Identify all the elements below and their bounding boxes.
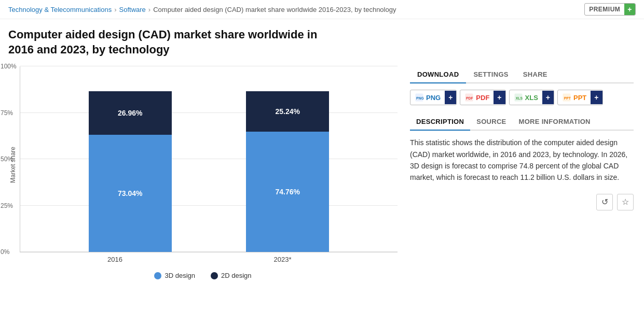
ppt-label: PPT	[573, 94, 586, 102]
premium-label: PREMIUM	[585, 4, 624, 15]
star-button[interactable]: ☆	[617, 194, 634, 210]
svg-text:XLS: XLS	[515, 96, 523, 100]
bottom-actions: ↺ ☆	[410, 194, 634, 210]
tab-source[interactable]: SOURCE	[470, 114, 512, 131]
x-label-2016: 2016	[68, 256, 162, 263]
description-text: This statistic shows the distribution of…	[410, 137, 634, 183]
y-axis-label: Market share	[8, 66, 18, 263]
download-pdf-button[interactable]: PDF PDF +	[460, 90, 505, 105]
tab-description[interactable]: DESCRIPTION	[410, 114, 470, 131]
premium-badge: PREMIUM +	[584, 3, 636, 16]
y-tick-75: 75%	[1, 109, 13, 117]
premium-plus: +	[624, 4, 635, 15]
bar-dark-2016: 26.96%	[89, 91, 172, 135]
chart-plot: 100% 75% 50% 25% 0%	[20, 66, 398, 252]
bar-group-2023: 25.24% 74.76%	[241, 91, 334, 252]
chart-inner: 100% 75% 50% 25% 0%	[20, 66, 398, 263]
svg-text:PPT: PPT	[564, 96, 571, 100]
main-content: Market share 100% 75% 50%	[0, 61, 644, 285]
bar-blue-2016: 73.04%	[89, 135, 172, 252]
right-panel: DOWNLOAD SETTINGS SHARE PNG PNG + PDF PD…	[408, 66, 636, 279]
y-tick-100: 100%	[1, 63, 17, 70]
png-icon: PNG PNG	[410, 90, 445, 105]
ppt-icon: PPT PPT	[558, 90, 591, 105]
xls-icon: XLS XLS	[510, 90, 542, 105]
png-label: PNG	[426, 94, 441, 102]
desc-tabs: DESCRIPTION SOURCE MORE INFORMATION	[410, 114, 634, 131]
bar-blue-2023: 74.76%	[246, 132, 329, 252]
chart-area: Market share 100% 75% 50%	[8, 66, 398, 279]
xls-plus: +	[542, 91, 554, 104]
tab-share[interactable]: SHARE	[516, 66, 555, 83]
x-label-2023: 2023*	[236, 256, 330, 263]
tab-download[interactable]: DOWNLOAD	[410, 66, 466, 83]
breadcrumb: Technology & Telecommunications › Softwa…	[0, 0, 644, 19]
breadcrumb-link-tech[interactable]: Technology & Telecommunications	[8, 6, 112, 13]
legend-dot-2d	[211, 272, 218, 279]
chart-wrapper: Market share 100% 75% 50%	[8, 66, 398, 263]
download-xls-button[interactable]: XLS XLS +	[509, 90, 554, 105]
y-tick-50: 50%	[1, 156, 13, 163]
bar-stack-2023: 25.24% 74.76%	[246, 91, 329, 252]
legend-label-3d: 3D design	[165, 272, 195, 279]
download-png-button[interactable]: PNG PNG +	[410, 90, 457, 105]
x-axis-labels: 2016 2023*	[20, 252, 398, 263]
panel-tabs: DOWNLOAD SETTINGS SHARE	[410, 66, 634, 83]
tab-more-information[interactable]: MORE INFORMATION	[513, 114, 597, 131]
legend-item-2d: 2D design	[211, 272, 252, 279]
png-plus: +	[445, 91, 456, 104]
download-ppt-button[interactable]: PPT PPT +	[557, 90, 602, 105]
bars-container: 26.96% 73.04% 25.24% 74.76%	[20, 66, 398, 252]
tab-settings[interactable]: SETTINGS	[466, 66, 515, 83]
download-buttons: PNG PNG + PDF PDF + XLS XLS +	[410, 90, 634, 105]
breadcrumb-sep-1: ›	[114, 6, 116, 13]
svg-text:PDF: PDF	[466, 96, 473, 100]
y-tick-25: 25%	[1, 202, 13, 209]
y-tick-0: 0%	[1, 248, 9, 256]
breadcrumb-sep-2: ›	[148, 6, 150, 13]
svg-text:PNG: PNG	[416, 96, 424, 100]
legend-item-3d: 3D design	[154, 272, 195, 279]
legend-label-2d: 2D design	[221, 272, 252, 279]
pdf-label: PDF	[476, 94, 489, 102]
xls-label: XLS	[525, 94, 538, 102]
bar-stack-2016: 26.96% 73.04%	[89, 91, 172, 252]
breadcrumb-current: Computer aided design (CAD) market share…	[153, 6, 396, 13]
chart-legend: 3D design 2D design	[8, 272, 398, 279]
page-title: Computer aided design (CAD) market share…	[0, 19, 342, 61]
bar-dark-2023: 25.24%	[246, 91, 329, 132]
pdf-plus: +	[494, 91, 505, 104]
ppt-plus: +	[591, 91, 602, 104]
refresh-button[interactable]: ↺	[596, 194, 613, 210]
bar-group-2016: 26.96% 73.04%	[84, 91, 177, 252]
pdf-icon: PDF PDF	[460, 90, 494, 105]
breadcrumb-link-software[interactable]: Software	[119, 6, 146, 13]
legend-dot-3d	[154, 272, 161, 279]
